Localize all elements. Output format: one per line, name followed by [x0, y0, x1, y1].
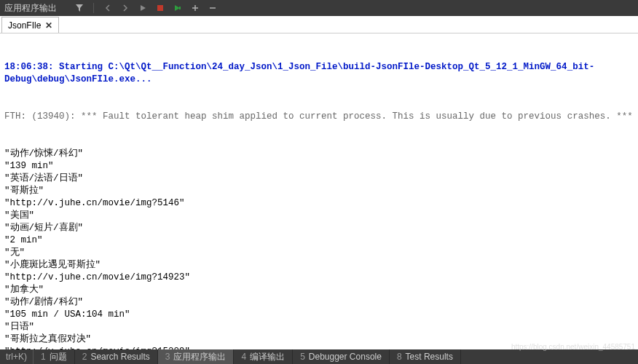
tab-label: JsonFIle — [8, 20, 41, 31]
bottom-tab-8[interactable]: 8Test Results — [390, 349, 461, 364]
output-lines: "动作/惊悚/科幻""139 min""英语/法语/日语""哥斯拉""http:… — [4, 148, 634, 349]
status-bar: trl+K) 1问题2Search Results3应用程序输出4编译输出5De… — [0, 349, 638, 364]
close-icon[interactable]: ✕ — [45, 20, 52, 31]
tab-label: 应用程序输出 — [173, 351, 226, 363]
svg-rect-0 — [157, 5, 163, 11]
toolbar: 应用程序输出 — [0, 0, 638, 16]
tab-label: 编译输出 — [250, 351, 285, 363]
output-line: "105 min / USA:104 min" — [4, 309, 634, 321]
output-line: "139 min" — [4, 160, 634, 173]
separator — [93, 3, 94, 13]
bottom-tab-3[interactable]: 3应用程序输出 — [158, 349, 235, 364]
tab-num: 4 — [241, 352, 246, 362]
minus-icon[interactable] — [208, 3, 218, 13]
output-line: "动作/剧情/科幻" — [4, 296, 634, 309]
bottom-tabs: 1问题2Search Results3应用程序输出4编译输出5Debugger … — [34, 349, 461, 364]
bottom-tab-2[interactable]: 2Search Results — [75, 349, 158, 364]
bottom-tab-1[interactable]: 1问题 — [34, 349, 75, 364]
bottom-tab-5[interactable]: 5Debugger Console — [293, 349, 390, 364]
output-line: "无" — [4, 247, 634, 259]
output-line: "http://v.juhe.cn/movie/img?14923" — [4, 272, 634, 284]
start-line: 18:06:38: Starting C:\Qt\Qt__Function\24… — [4, 61, 634, 86]
tab-num: 1 — [41, 352, 46, 362]
output-line: "加拿大" — [4, 284, 634, 296]
tab-label: Test Results — [406, 352, 453, 362]
plus-icon[interactable] — [190, 3, 200, 13]
tab-num: 2 — [82, 352, 87, 362]
output-line: "哥斯拉" — [4, 185, 634, 197]
stop-icon[interactable] — [155, 3, 165, 13]
bottom-tab-4[interactable]: 4编译输出 — [234, 349, 293, 364]
toolbar-actions — [74, 3, 218, 13]
tab-num: 3 — [165, 352, 170, 362]
tab-label: Debugger Console — [309, 352, 382, 362]
tab-label: 问题 — [50, 351, 67, 363]
next-icon[interactable] — [120, 3, 130, 13]
tab-label: Search Results — [90, 352, 149, 362]
tab-bar: JsonFIle ✕ — [0, 16, 638, 33]
output-line: "小鹿斑比遇见哥斯拉" — [4, 259, 634, 272]
run-icon[interactable] — [138, 3, 148, 13]
filter-icon[interactable] — [74, 3, 84, 13]
tab-jsonfile[interactable]: JsonFIle ✕ — [1, 17, 59, 33]
tab-num: 8 — [397, 352, 402, 362]
output-line: "动作/惊悚/科幻" — [4, 148, 634, 160]
console-output: 18:06:38: Starting C:\Qt\Qt__Function\24… — [0, 33, 638, 349]
output-line: "美国" — [4, 210, 634, 222]
svg-rect-1 — [179, 7, 181, 9]
shortcut-hint: trl+K) — [0, 352, 33, 362]
watermark: https://blog.csdn.net/weixin_44585751 — [511, 343, 635, 351]
output-line: "日语" — [4, 321, 634, 333]
panel-title: 应用程序输出 — [4, 2, 57, 15]
prev-icon[interactable] — [103, 3, 113, 13]
run-debug-icon[interactable] — [173, 3, 183, 13]
output-line: "2 min" — [4, 234, 634, 247]
output-line: "英语/法语/日语" — [4, 173, 634, 185]
tab-num: 5 — [300, 352, 305, 362]
output-line: "动画/短片/喜剧" — [4, 222, 634, 234]
output-line: "http://v.juhe.cn/movie/img?5146" — [4, 197, 634, 210]
warn-line: FTH: (13940): *** Fault tolerant heap sh… — [4, 111, 634, 123]
